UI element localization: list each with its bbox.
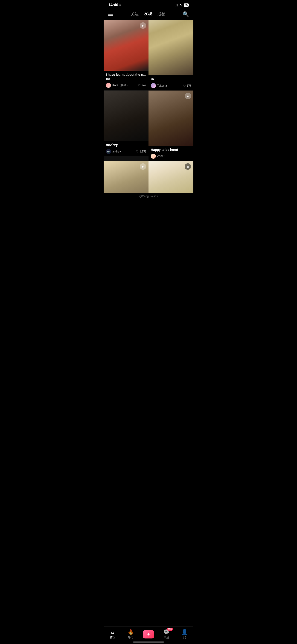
status-bar: 14:40 ♥ ∿ 95 [104, 0, 194, 9]
post-meta-andrey: 📷 andrey. ♡ 1.3万 [106, 149, 146, 154]
post-author-asher: Asher [151, 154, 164, 159]
post-image-takuma [148, 20, 194, 75]
post-likes-kota[interactable]: ♡ 747 [138, 84, 146, 87]
post-author-andrey: 📷 andrey. [106, 149, 121, 154]
play-button-bottom-left[interactable]: ▶ [140, 163, 146, 170]
avatar-andrey: 📷 [106, 149, 111, 154]
like-icon-takuma: ♡ [183, 84, 186, 88]
post-card-bottom-left[interactable]: ▶ [104, 161, 148, 193]
post-title-takuma: Hi [151, 77, 191, 81]
status-time: 14:40 ♥ [108, 3, 121, 7]
post-card-kota[interactable]: ▶ i have learnt about the cat tax Kota（科… [104, 20, 148, 90]
post-info-takuma: Hi Takuma ♡ 1万 [148, 75, 194, 90]
like-icon-kota: ♡ [138, 84, 141, 87]
post-image-bottom-left: ▶ [104, 161, 148, 193]
avatar-asher [151, 154, 156, 159]
play-button-asher[interactable]: ▶ [185, 93, 191, 99]
post-likes-andrey[interactable]: ♡ 1.3万 [136, 150, 146, 154]
like-icon-andrey: ♡ [136, 150, 138, 154]
menu-button[interactable] [108, 13, 113, 16]
post-title-andrey: andrey [106, 143, 146, 147]
avatar-kota [106, 83, 111, 88]
post-title-kota: i have learnt about the cat tax [106, 72, 146, 81]
status-icons: ∿ 95 [175, 3, 189, 7]
tab-city[interactable]: 成都 [158, 12, 165, 17]
nav-bar: 关注 发现 成都 🔍 [104, 9, 194, 20]
tab-follow[interactable]: 关注 [131, 12, 138, 17]
post-image-bottom-right: ▩ [148, 161, 194, 193]
author-name-kota: Kota（科塔） [112, 84, 129, 87]
nav-tabs: 关注 发现 成都 [131, 11, 165, 17]
post-meta-kota: Kota（科塔） ♡ 747 [106, 83, 146, 88]
play-button-kota[interactable]: ▶ [140, 22, 146, 29]
tab-discover[interactable]: 发现 [144, 11, 152, 17]
avatar-takuma [151, 83, 156, 88]
author-name-andrey: andrey. [112, 150, 121, 153]
post-card-bottom-right[interactable]: ▩ [148, 161, 194, 193]
signal-icon [175, 4, 178, 6]
post-info-kota: i have learnt about the cat tax Kota（科塔）… [104, 71, 148, 90]
search-button[interactable]: 🔍 [182, 11, 189, 17]
post-image-kota: ▶ [104, 20, 148, 71]
post-info-asher: Happy to be here! Asher [148, 146, 194, 161]
post-title-asher: Happy to be here! [151, 148, 191, 152]
post-author-kota: Kota（科塔） [106, 83, 129, 88]
post-meta-asher: Asher [151, 154, 191, 159]
post-info-andrey: andrey 📷 andrey. ♡ 1.3万 [104, 141, 148, 156]
content-grid: ▶ i have learnt about the cat tax Kota（科… [104, 20, 194, 193]
author-name-takuma: Takuma [157, 84, 167, 87]
battery-icon: 95 [184, 4, 189, 7]
heart-icon: ♥ [119, 4, 121, 7]
post-card-andrey[interactable]: andrey 📷 andrey. ♡ 1.3万 [104, 90, 148, 161]
watermark: @GangStalady [104, 193, 194, 216]
post-image-andrey [104, 90, 148, 141]
post-author-takuma: Takuma [151, 83, 167, 88]
post-card-takuma[interactable]: Hi Takuma ♡ 1万 [148, 20, 194, 90]
time-display: 14:40 [108, 3, 118, 7]
post-likes-takuma[interactable]: ♡ 1万 [183, 84, 191, 88]
chart-icon-bottom-right[interactable]: ▩ [185, 163, 191, 170]
author-name-asher: Asher [157, 154, 164, 158]
post-card-asher[interactable]: ▶ Happy to be here! Asher [148, 90, 194, 161]
wifi-icon: ∿ [180, 3, 182, 7]
post-image-asher: ▶ [148, 90, 194, 146]
post-meta-takuma: Takuma ♡ 1万 [151, 83, 191, 88]
